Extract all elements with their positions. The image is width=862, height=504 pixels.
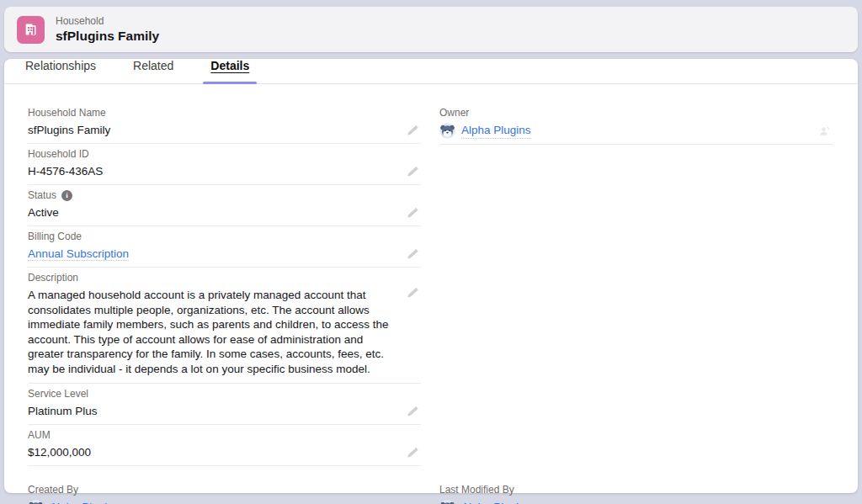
field-service-level: Service Level Platinum Plus	[28, 384, 421, 425]
description-value: A managed household account is a private…	[28, 288, 421, 378]
field-household-name: Household Name sfPlugins Family	[28, 103, 421, 144]
field-owner: Owner Alpha P	[439, 103, 833, 145]
avatar	[28, 500, 44, 504]
edit-icon[interactable]	[407, 247, 419, 260]
tab-related[interactable]: Related	[130, 59, 176, 83]
billing-code-link[interactable]: Annual Subscription	[28, 247, 129, 261]
edit-icon[interactable]	[407, 286, 419, 299]
owner-user-link[interactable]: Alpha Plugins	[461, 123, 531, 139]
building-icon	[23, 21, 40, 38]
aum-label: AUM	[28, 429, 421, 442]
koala-avatar-icon	[28, 500, 44, 504]
tab-details[interactable]: Details	[208, 59, 252, 83]
record-detail-card: Relationships Related Details Household …	[4, 59, 858, 493]
edit-icon[interactable]	[407, 206, 419, 219]
edit-icon[interactable]	[407, 124, 419, 136]
details-panel: Household Name sfPlugins Family Househol…	[4, 84, 858, 504]
change-owner-icon[interactable]	[818, 125, 831, 137]
edit-icon[interactable]	[407, 405, 419, 417]
field-description: Description A managed household account …	[28, 268, 421, 384]
field-status: Status i Active	[28, 185, 421, 226]
field-last-modified-by: Last Modified By	[439, 480, 833, 504]
household-name-value: sfPlugins Family	[28, 123, 421, 138]
created-by-label: Created By	[28, 484, 421, 496]
aum-value: $12,000,000	[28, 445, 421, 460]
status-label: Status i	[28, 189, 421, 202]
household-entity-icon	[17, 16, 45, 44]
field-aum: AUM $12,000,000	[28, 425, 421, 466]
koala-avatar-icon	[439, 123, 455, 139]
tab-relationships[interactable]: Relationships	[23, 59, 98, 83]
field-created-by: Created By Al	[28, 480, 421, 504]
record-header: Household sfPlugins Family	[4, 7, 858, 52]
service-level-label: Service Level	[28, 388, 421, 401]
household-id-value: H-4576-436AS	[28, 164, 421, 179]
koala-avatar-icon	[439, 500, 455, 504]
field-billing-code: Billing Code Annual Subscription	[28, 226, 421, 268]
created-by-user-link[interactable]: Alpha Plugins	[50, 500, 120, 504]
household-name-label: Household Name	[28, 107, 421, 119]
record-title: sfPlugins Family	[56, 28, 159, 44]
entity-type-label: Household	[56, 15, 159, 28]
description-label: Description	[28, 272, 421, 284]
status-value: Active	[28, 205, 421, 220]
last-modified-by-label: Last Modified By	[439, 484, 833, 496]
details-left-column: Household Name sfPlugins Family Househol…	[28, 103, 421, 504]
avatar	[439, 500, 455, 504]
created-datetime: , 2023-07-07, 9:49 a.m.	[125, 501, 243, 504]
edit-icon[interactable]	[407, 165, 419, 178]
last-modified-user-link[interactable]: Alpha Plugins	[461, 500, 531, 504]
avatar	[439, 123, 455, 139]
edit-icon[interactable]	[407, 446, 419, 459]
owner-label: Owner	[439, 107, 833, 119]
last-modified-datetime: , 2023-07-26, 9:45 a.m.	[537, 501, 655, 504]
service-level-value: Platinum Plus	[28, 404, 421, 419]
billing-code-label: Billing Code	[28, 231, 421, 243]
household-id-label: Household ID	[28, 148, 421, 161]
info-icon[interactable]: i	[61, 190, 72, 201]
record-tabs: Relationships Related Details	[4, 59, 858, 84]
field-household-id: Household ID H-4576-436AS	[28, 144, 421, 185]
details-right-column: Owner Alpha P	[439, 103, 833, 504]
